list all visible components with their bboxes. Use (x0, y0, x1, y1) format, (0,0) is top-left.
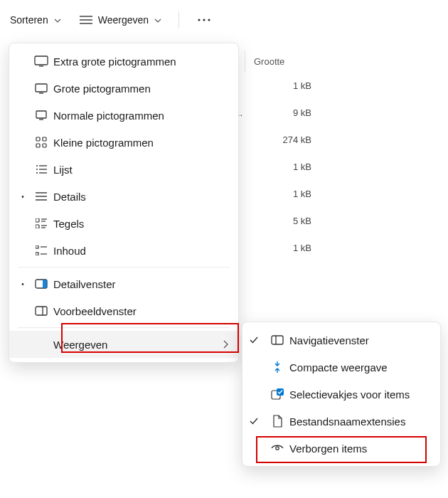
menu-item-content[interactable]: Inhoud (9, 237, 238, 264)
svg-rect-39 (272, 336, 283, 344)
view-button[interactable]: Weergeven (73, 10, 167, 30)
column-header-size-label: Grootte (254, 56, 284, 67)
cell-size: 274 kB (245, 127, 311, 154)
svg-rect-10 (36, 111, 46, 118)
monitor-m-icon (29, 110, 53, 120)
menu-item-label: Details (53, 191, 228, 203)
submenu-item-compact-view[interactable]: Compacte weergave (242, 354, 440, 381)
menu-item-list[interactable]: Lijst (9, 156, 238, 183)
menu-item-label: Weergeven (53, 339, 223, 351)
svg-point-4 (203, 18, 205, 21)
submenu-item-label: Selectievakjes voor items (289, 388, 430, 401)
menu-separator (18, 267, 230, 267)
column-header-size[interactable]: Grootte (245, 51, 319, 72)
cell-size: 1 kB (245, 235, 311, 262)
svg-point-5 (208, 18, 210, 21)
submenu-item-file-extensions[interactable]: Bestandsnaamextensies (242, 408, 440, 435)
cell-size: 1 kB (245, 154, 311, 181)
menu-item-label: Inhoud (53, 245, 228, 257)
submenu-item-hidden-items[interactable]: Verborgen items (242, 435, 440, 462)
svg-rect-37 (36, 307, 47, 315)
more-button[interactable] (191, 14, 218, 26)
bullet-selected: • (16, 193, 29, 201)
chevron-down-icon (54, 17, 60, 23)
menu-item-small-icons[interactable]: Kleine pictogrammen (9, 129, 238, 156)
svg-rect-36 (43, 280, 47, 288)
menu-item-tiles[interactable]: Tegels (9, 210, 238, 237)
list-icon (80, 15, 92, 25)
toolbar: Sorteren Weergeven (0, 0, 448, 40)
svg-point-43 (276, 447, 279, 450)
menu-item-extra-large-icons[interactable]: Extra grote pictogrammen (9, 48, 238, 75)
menu-item-show-submenu[interactable]: Weergeven (9, 331, 238, 358)
menu-item-details[interactable]: • Details (9, 183, 238, 210)
menu-item-label: Kleine pictogrammen (53, 137, 228, 149)
panel-right-icon (29, 279, 53, 289)
chevron-down-icon (154, 17, 160, 23)
svg-rect-33 (36, 253, 38, 255)
menu-separator (18, 327, 230, 328)
cell-size: 9 kB (245, 100, 311, 127)
submenu-item-label: Verborgen items (289, 443, 430, 455)
bullet-selected: • (16, 280, 29, 288)
check-icon (250, 417, 265, 425)
more-icon (198, 18, 210, 21)
menu-item-label: Normale pictogrammen (53, 110, 228, 122)
svg-point-20 (36, 172, 38, 174)
monitor-l-icon (29, 83, 53, 94)
menu-item-label: Tegels (53, 218, 228, 230)
menu-item-label: Detailvenster (53, 278, 228, 290)
sort-label: Sorteren (10, 14, 48, 26)
submenu-item-label: Bestandsnaamextensies (289, 415, 430, 428)
svg-point-16 (36, 165, 38, 166)
compact-icon (265, 361, 289, 373)
svg-rect-28 (36, 225, 39, 228)
submenu-item-item-checkboxes[interactable]: Selectievakjes voor items (242, 381, 440, 408)
grid-small-icon (29, 137, 53, 148)
panel-left-icon (265, 335, 289, 345)
check-icon (250, 336, 265, 344)
monitor-xl-icon (29, 55, 53, 67)
view-label: Weergeven (98, 14, 149, 26)
svg-rect-25 (36, 218, 39, 222)
svg-rect-6 (35, 56, 48, 65)
menu-item-label: Lijst (53, 164, 228, 176)
svg-point-18 (36, 169, 38, 170)
svg-rect-15 (43, 144, 46, 147)
cell-size: 1 kB (245, 73, 311, 100)
submenu-item-navigation-pane[interactable]: Navigatievenster (242, 327, 440, 354)
list-icon (29, 164, 53, 174)
menu-item-medium-icons[interactable]: Normale pictogrammen (9, 102, 238, 129)
menu-item-label: Grote pictogrammen (53, 83, 228, 95)
file-icon (265, 415, 289, 428)
details-icon (29, 192, 53, 201)
svg-rect-12 (36, 137, 40, 141)
cell-size: 1 kB (245, 181, 311, 208)
menu-item-large-icons[interactable]: Grote pictogrammen (9, 75, 238, 102)
menu-item-label: Extra grote pictogrammen (53, 55, 228, 68)
menu-item-preview-pane[interactable]: Voorbeeldvenster (9, 297, 238, 324)
checkbox-icon (265, 388, 289, 400)
show-submenu: Navigatievenster Compacte weergave Selec… (242, 322, 441, 467)
view-menu: Extra grote pictogrammen Grote pictogram… (9, 43, 239, 363)
cell-size: 5 kB (245, 208, 311, 235)
toolbar-separator (178, 11, 179, 28)
panel-right-icon (29, 306, 53, 316)
menu-item-details-pane[interactable]: • Detailvenster (9, 270, 238, 297)
svg-point-3 (198, 18, 200, 21)
svg-rect-31 (36, 245, 38, 248)
chevron-right-icon (223, 340, 228, 349)
eye-icon (265, 444, 289, 452)
tiles-icon (29, 218, 53, 228)
content-icon (29, 245, 53, 255)
svg-rect-8 (36, 84, 47, 92)
svg-rect-14 (36, 144, 40, 147)
svg-rect-13 (43, 137, 46, 141)
sort-button[interactable]: Sorteren (3, 10, 67, 30)
menu-item-label: Voorbeeldvenster (53, 305, 228, 317)
submenu-item-label: Compacte weergave (289, 361, 430, 374)
submenu-item-label: Navigatievenster (289, 334, 430, 346)
